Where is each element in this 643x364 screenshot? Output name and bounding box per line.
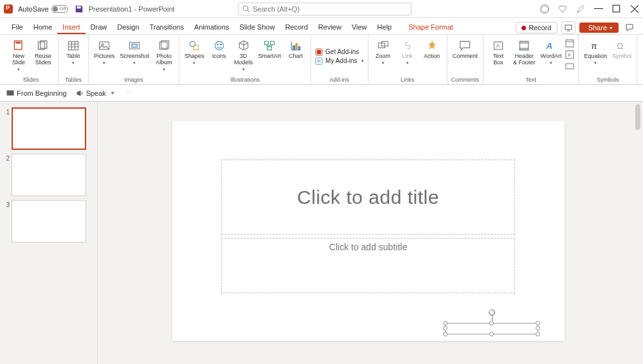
photo-album-button[interactable]: Photo Album▾ (153, 37, 175, 73)
group-text: AText Box Header & Footer AWordArt▾ # Te… (484, 35, 579, 84)
search-icon (242, 5, 250, 13)
3d-models-button[interactable]: 3D Models▾ (233, 37, 255, 73)
tab-record[interactable]: Record (280, 21, 312, 34)
tab-file[interactable]: File (6, 21, 28, 34)
tab-transitions[interactable]: Transitions (145, 21, 189, 34)
save-icon[interactable] (75, 5, 84, 14)
thumbnail-pane[interactable]: 1 2 3 (0, 102, 98, 364)
date-time-icon[interactable] (565, 39, 574, 49)
svg-point-14 (190, 41, 195, 46)
svg-rect-1 (613, 5, 620, 12)
present-mode-button[interactable] (561, 21, 575, 34)
equation-button[interactable]: πEquation▾ (583, 37, 608, 67)
rotate-handle[interactable] (489, 309, 495, 316)
get-addins-button[interactable]: Get Add-ins (315, 48, 363, 56)
comment-button[interactable]: Comment (451, 37, 479, 61)
tab-design[interactable]: Design (112, 21, 144, 34)
diamond-icon[interactable] (558, 5, 567, 14)
tab-draw[interactable]: Draw (86, 21, 113, 34)
subtitle-placeholder[interactable]: Click to add subtitle (221, 238, 515, 293)
maximize-button[interactable] (612, 5, 621, 14)
search-box[interactable] (238, 3, 412, 15)
text-box-button[interactable]: AText Box (487, 37, 509, 68)
tab-help[interactable]: Help (372, 21, 397, 34)
group-media: Video▾ Audio▾ Screen Recording Media (637, 35, 643, 84)
icons-button[interactable]: Icons (208, 37, 230, 61)
link-button[interactable]: Link▾ (397, 37, 419, 67)
tab-home[interactable]: Home (28, 21, 57, 34)
close-button[interactable] (630, 5, 639, 14)
svg-point-18 (220, 44, 221, 46)
resize-handle[interactable] (443, 326, 448, 331)
slide-canvas[interactable]: Click to add title Click to add subtitle (98, 102, 643, 364)
minimize-button[interactable] (594, 5, 603, 14)
tab-shape-format[interactable]: Shape Format (403, 21, 458, 34)
pencil-icon[interactable] (576, 5, 585, 14)
slide-thumbnail-3[interactable] (12, 200, 86, 242)
account-icon[interactable] (540, 5, 549, 14)
new-slide-button[interactable]: New Slide▾ (8, 37, 30, 73)
table-button[interactable]: Table▾ (62, 37, 84, 67)
svg-rect-19 (265, 41, 269, 44)
screenshot-button[interactable]: Screenshot▾ (119, 37, 151, 67)
resize-handle[interactable] (443, 321, 448, 325)
group-images: Pictures▾ Screenshot▾ Photo Album▾ Image… (89, 35, 179, 84)
zoom-button[interactable]: Zoom▾ (372, 37, 394, 67)
selected-text-box[interactable] (445, 323, 538, 334)
slide-thumbnail-2[interactable] (12, 154, 86, 196)
svg-rect-21 (267, 47, 272, 50)
resize-handle[interactable] (443, 332, 448, 336)
smartart-button[interactable]: SmartArt (257, 37, 283, 61)
resize-handle[interactable] (489, 332, 494, 336)
action-button[interactable]: Action (421, 37, 443, 61)
svg-rect-22 (293, 46, 295, 50)
my-addins-button[interactable]: My Add-ins▾ (315, 57, 363, 65)
tab-view[interactable]: View (347, 21, 372, 34)
resize-handle[interactable] (489, 321, 494, 325)
symbol-button[interactable]: ΩSymbol (611, 37, 633, 61)
group-comments: Comment Comments (448, 35, 484, 84)
pictures-button[interactable]: Pictures▾ (93, 37, 116, 67)
slide[interactable]: Click to add title Click to add subtitle (172, 121, 565, 341)
reuse-slides-button[interactable]: Reuse Slides (32, 37, 54, 68)
vertical-scrollbar[interactable] (633, 102, 642, 364)
slide-thumbnail-1[interactable] (12, 107, 86, 150)
svg-rect-20 (271, 41, 275, 44)
thumbnail-row[interactable]: 3 (0, 198, 97, 244)
slide-number-icon[interactable]: # (565, 50, 574, 60)
svg-text:A: A (546, 41, 553, 51)
thumbnail-row[interactable]: 2 (0, 152, 97, 198)
tab-review[interactable]: Review (313, 21, 347, 34)
svg-rect-26 (317, 50, 322, 54)
tab-slideshow[interactable]: Slide Show (234, 21, 280, 34)
resize-handle[interactable] (536, 332, 540, 336)
title-placeholder[interactable]: Click to add title (221, 159, 515, 235)
scrollbar-thumb[interactable] (635, 104, 640, 130)
from-beginning-button[interactable]: From Beginning (6, 89, 67, 97)
chart-button[interactable]: Chart (285, 37, 307, 61)
autosave-toggle[interactable]: Off (51, 5, 68, 13)
shapes-button[interactable]: Shapes▾ (183, 37, 206, 67)
object-icon[interactable] (565, 62, 574, 72)
speak-button[interactable]: Speak▾ (76, 89, 114, 97)
header-footer-button[interactable]: Header & Footer (512, 37, 537, 68)
svg-text:A: A (496, 42, 500, 49)
search-input[interactable] (253, 5, 407, 13)
resize-handle[interactable] (536, 321, 540, 325)
tab-animations[interactable]: Animations (189, 21, 234, 34)
record-button[interactable]: Record (516, 22, 557, 33)
wordart-button[interactable]: AWordArt▾ (539, 37, 563, 67)
svg-point-17 (217, 44, 218, 46)
svg-rect-4 (15, 42, 21, 44)
autosave-label: AutoSave (18, 5, 49, 13)
share-button[interactable]: Share▾ (579, 23, 619, 33)
resize-handle[interactable] (536, 326, 540, 331)
group-addins: Get Add-ins My Add-ins▾ Add-ins (311, 35, 368, 84)
svg-rect-11 (132, 44, 137, 48)
tab-insert[interactable]: Insert (57, 21, 86, 34)
thumbnail-row[interactable]: 1 (0, 105, 97, 152)
comments-pane-button[interactable] (622, 21, 637, 34)
svg-rect-7 (69, 41, 78, 50)
ribbon-tabs: File Home Insert Draw Design Transitions… (0, 18, 643, 35)
svg-rect-33 (520, 41, 529, 43)
